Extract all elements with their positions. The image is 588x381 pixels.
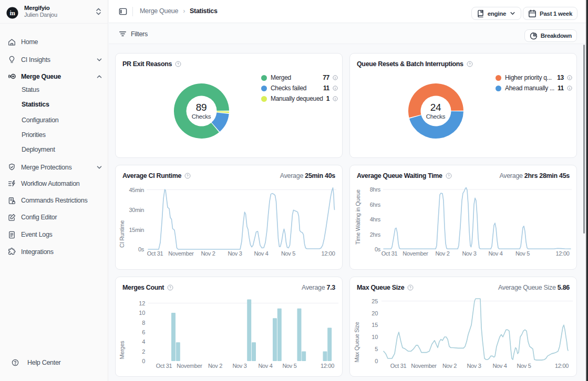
svg-text:Oct 31: Oct 31 [156, 363, 172, 369]
svg-text:Nov 4: Nov 4 [488, 250, 502, 257]
svg-text:Max Queue Size: Max Queue Size [354, 322, 360, 362]
svg-text:Nov 2: Nov 2 [442, 363, 457, 369]
svg-text:CI Runtime: CI Runtime [119, 220, 125, 248]
svg-text:Oct 31: Oct 31 [381, 250, 398, 257]
svg-text:Time Waiting in Queue: Time Waiting in Queue [355, 189, 361, 245]
svg-text:8hrs: 8hrs [370, 186, 381, 193]
svg-text:12:00: 12:00 [321, 250, 335, 257]
svg-text:Nov 2: Nov 2 [208, 363, 222, 369]
svg-text:Nov 5: Nov 5 [517, 363, 531, 369]
svg-text:0: 0 [142, 358, 145, 364]
svg-text:4hrs: 4hrs [370, 216, 381, 223]
svg-text:6hrs: 6hrs [370, 202, 381, 208]
svg-text:Nov 3: Nov 3 [232, 363, 246, 369]
svg-text:0s: 0s [138, 246, 145, 252]
svg-text:November: November [411, 363, 437, 369]
svg-text:Nov 5: Nov 5 [281, 250, 295, 257]
svg-text:November: November [403, 250, 428, 257]
svg-text:2hrs: 2hrs [370, 231, 381, 238]
svg-text:0: 0 [375, 358, 378, 364]
svg-text:Nov 2: Nov 2 [201, 250, 215, 257]
svg-text:Nov 4: Nov 4 [258, 363, 272, 369]
svg-text:November: November [177, 363, 202, 369]
svg-text:45min: 45min [129, 187, 145, 193]
svg-text:Nov 2: Nov 2 [435, 250, 449, 257]
svg-text:Nov 4: Nov 4 [254, 250, 268, 257]
svg-text:Merges: Merges [119, 341, 125, 359]
svg-text:30min: 30min [129, 207, 145, 213]
svg-text:10: 10 [139, 310, 145, 316]
svg-text:10: 10 [372, 334, 378, 340]
svg-text:Nov 3: Nov 3 [467, 363, 481, 369]
svg-text:12:00: 12:00 [321, 363, 334, 369]
svg-text:0s: 0s [375, 246, 381, 252]
svg-text:Oct 31: Oct 31 [147, 250, 163, 257]
svg-text:Nov 5: Nov 5 [282, 363, 296, 369]
svg-text:Nov 5: Nov 5 [515, 250, 530, 257]
svg-text:November: November [168, 250, 194, 257]
svg-text:20: 20 [372, 310, 378, 316]
svg-text:25: 25 [372, 298, 378, 304]
svg-text:Nov 4: Nov 4 [492, 363, 507, 369]
svg-text:8: 8 [142, 320, 145, 326]
svg-text:15: 15 [372, 322, 378, 328]
svg-text:Oct 31: Oct 31 [390, 363, 407, 369]
svg-text:12:00: 12:00 [555, 250, 569, 257]
svg-text:6: 6 [142, 329, 145, 335]
svg-text:5: 5 [375, 346, 378, 352]
svg-text:4: 4 [142, 338, 145, 345]
svg-text:Nov 3: Nov 3 [228, 250, 242, 257]
svg-text:12: 12 [139, 300, 145, 306]
svg-text:15min: 15min [129, 227, 145, 233]
svg-text:Nov 3: Nov 3 [462, 250, 476, 257]
svg-text:12:00: 12:00 [555, 363, 569, 369]
svg-text:2: 2 [142, 348, 145, 355]
